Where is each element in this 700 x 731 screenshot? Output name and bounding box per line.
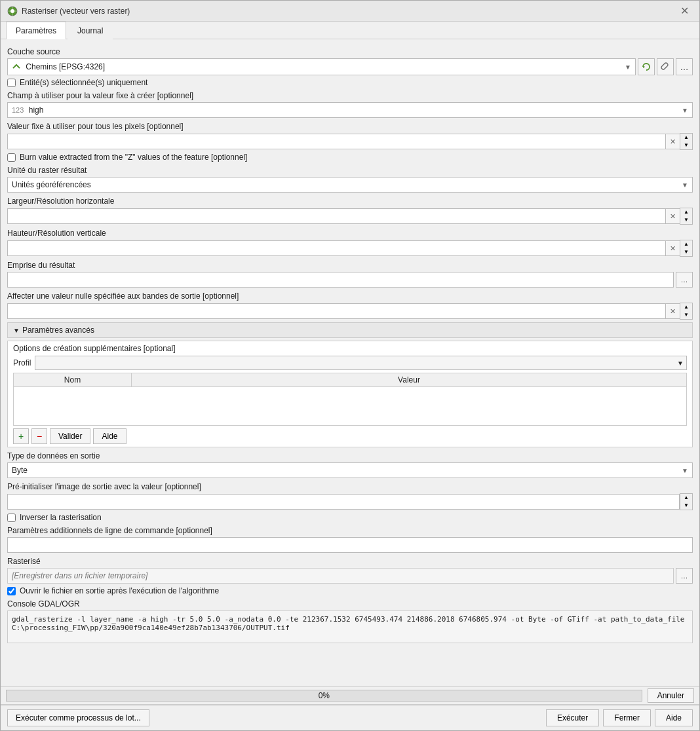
rasterise-input[interactable] (7, 568, 674, 584)
hauteur-down[interactable]: ▼ (680, 248, 692, 256)
tab-journal[interactable]: Journal (68, 22, 113, 39)
valeur-fixe-spinbox: ▲ ▼ (680, 133, 693, 150)
options-table-body (13, 386, 687, 426)
profil-row: Profil ▼ (8, 354, 692, 373)
burn-row: Burn value extracted from the "Z" values… (7, 153, 693, 162)
champ-row: 123 high ▼ (7, 102, 693, 118)
affecter-input[interactable]: 0,000000 (7, 303, 665, 319)
footer-right: Exécuter Fermer Aide (546, 709, 693, 726)
hauteur-input[interactable]: 5,000000 (7, 240, 665, 256)
largeur-row: 5,000000 ✕ ▲ ▼ (7, 208, 693, 225)
valeur-fixe-down[interactable]: ▼ (680, 141, 692, 149)
valeur-fixe-label: Valeur fixe à utiliser pour tous les pix… (7, 122, 693, 131)
champ-arrow-icon: ▼ (682, 107, 688, 114)
unite-arrow-icon: ▼ (682, 181, 688, 189)
combo-arrow-icon: ▼ (625, 64, 631, 71)
affecter-down[interactable]: ▼ (680, 311, 692, 319)
pre-init-up[interactable]: ▲ (680, 494, 692, 502)
fermer-button[interactable]: Fermer (603, 709, 651, 726)
couche-source-label: Couche source (7, 47, 693, 56)
options-label: Options de création supplémentaires [opt… (8, 341, 692, 354)
layer-icon (12, 62, 21, 71)
valeur-fixe-row: 0,000000 ✕ ▲ ▼ (7, 133, 693, 150)
couche-source-combo[interactable]: Chemins [EPSG:4326] ▼ (7, 58, 636, 75)
options-table-header: Nom Valeur (13, 373, 687, 386)
affecter-row: 0,000000 ✕ ▲ ▼ (7, 303, 693, 320)
largeur-up[interactable]: ▲ (680, 208, 692, 216)
type-donnees-label: Type de données en sortie (7, 451, 693, 460)
more-button[interactable]: … (676, 58, 693, 75)
valider-button[interactable]: Valider (50, 428, 90, 444)
executer-lot-button[interactable]: Exécuter comme processus de lot... (7, 709, 149, 726)
affecter-up[interactable]: ▲ (680, 303, 692, 311)
hauteur-spinbox: ▲ ▼ (680, 240, 693, 257)
valeur-fixe-input[interactable]: 0,000000 (7, 134, 665, 149)
affecter-label: Affecter une valeur nulle spécifiée aux … (7, 291, 693, 301)
options-section: Options de création supplémentaires [opt… (7, 341, 693, 447)
valeur-fixe-clear[interactable]: ✕ (665, 134, 680, 149)
close-button[interactable]: ✕ (676, 3, 693, 18)
pre-init-input[interactable]: Non renseigné (7, 494, 680, 510)
footer-row: Exécuter comme processus de lot... Exécu… (1, 705, 699, 730)
champ-value: 123 high (12, 105, 43, 115)
inverser-row: Inverser la rasterisation (7, 513, 693, 522)
progress-label: 0% (7, 690, 642, 701)
add-option-button[interactable]: + (13, 428, 29, 444)
console-output: gdal_rasterize -l layer_name -a high -tr… (7, 610, 693, 643)
svg-marker-2 (643, 66, 645, 68)
rasterise-more-button[interactable]: … (676, 568, 693, 584)
scroll-area[interactable]: Couche source Chemins [EPSG:4326] ▼ (1, 39, 699, 686)
largeur-down[interactable]: ▼ (680, 216, 692, 224)
emprise-row: 212367.1532,214886.2018,6745493.4740,674… (7, 272, 693, 288)
params-add-label: Paramètres additionnels de ligne de comm… (7, 526, 693, 535)
aide-button[interactable]: Aide (655, 709, 693, 726)
emprise-label: Emprise du résultat (7, 261, 693, 270)
title-bar-left: Rasteriser (vecteur vers raster) (7, 6, 130, 16)
annuler-button[interactable]: Annuler (648, 688, 694, 703)
burn-checkbox[interactable] (7, 153, 16, 162)
affecter-clear[interactable]: ✕ (665, 303, 680, 319)
inverser-checkbox[interactable] (7, 514, 16, 522)
footer-left: Exécuter comme processus de lot... (7, 709, 149, 726)
valeur-fixe-up[interactable]: ▲ (680, 134, 692, 141)
burn-label: Burn value extracted from the "Z" values… (20, 153, 247, 162)
entites-row: Entité(s) sélectionnée(s) uniquement (7, 78, 693, 87)
params-add-input[interactable]: -at (7, 537, 693, 553)
emprise-more-button[interactable]: … (676, 272, 693, 288)
unite-combo[interactable]: Unités géoréférencées ▼ (7, 177, 693, 193)
unite-value: Unités géoréférencées (12, 180, 91, 189)
entites-checkbox[interactable] (7, 79, 16, 87)
settings-button[interactable] (657, 58, 674, 75)
largeur-clear[interactable]: ✕ (665, 208, 680, 224)
affecter-spinbox: ▲ ▼ (680, 303, 693, 320)
champ-label: Champ à utiliser pour la valeur fixe à c… (7, 91, 693, 100)
champ-combo[interactable]: 123 high ▼ (7, 102, 693, 118)
content-area: Couche source Chemins [EPSG:4326] ▼ (1, 39, 699, 730)
ouvrir-checkbox[interactable] (7, 587, 16, 595)
rasterise-label: Rasterisé (7, 557, 693, 566)
emprise-input[interactable]: 212367.1532,214886.2018,6745493.4740,674… (7, 272, 674, 288)
tabs-row: Paramètres Journal (1, 22, 699, 39)
largeur-label: Largeur/Résolution horizontale (7, 197, 693, 206)
advanced-header[interactable]: ▼ Paramètres avancés (7, 322, 693, 338)
profil-arrow-icon: ▼ (677, 360, 684, 367)
refresh-button[interactable] (638, 58, 655, 75)
remove-option-button[interactable]: − (31, 428, 47, 444)
more-icon: … (680, 62, 689, 72)
pre-init-spinbox: ▲ ▼ (680, 493, 693, 510)
console-section: Console GDAL/OGR gdal_rasterize -l layer… (7, 599, 693, 643)
aide-options-button[interactable]: Aide (93, 428, 126, 444)
hauteur-clear[interactable]: ✕ (665, 240, 680, 256)
type-donnees-combo[interactable]: Byte ▼ (7, 462, 693, 478)
largeur-input[interactable]: 5,000000 (7, 208, 665, 224)
console-label: Console GDAL/OGR (7, 599, 693, 609)
inverser-label: Inverser la rasterisation (20, 513, 102, 522)
profil-combo[interactable]: ▼ (35, 356, 687, 370)
col-nom-header: Nom (14, 373, 132, 386)
hauteur-up[interactable]: ▲ (680, 240, 692, 248)
ouvrir-label: Ouvrir le fichier en sortie après l'exéc… (20, 586, 219, 595)
advanced-section: ▼ Paramètres avancés Options de création… (7, 322, 693, 553)
pre-init-down[interactable]: ▼ (680, 502, 692, 510)
tab-parametres[interactable]: Paramètres (6, 22, 66, 39)
executer-button[interactable]: Exécuter (546, 709, 599, 726)
